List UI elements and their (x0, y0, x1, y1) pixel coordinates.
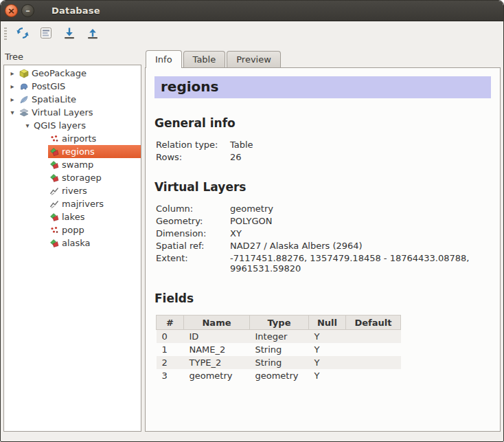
tree-item-label: lakes (62, 212, 84, 222)
detail-pane: InfoTablePreview regions General info Re… (145, 49, 501, 432)
refresh-button[interactable] (13, 25, 32, 44)
fields-table-cell: geometry (184, 369, 250, 382)
fields-table-cell: 0 (157, 330, 184, 344)
tab-info[interactable]: Info (146, 50, 182, 68)
line-layer-icon (49, 199, 60, 209)
info-label: Spatial ref: (156, 241, 230, 251)
tree-item-qgis-layers[interactable]: ▾QGIS layers (4, 119, 141, 132)
info-value: XY (230, 228, 490, 239)
titlebar[interactable]: ×– Database (1, 1, 503, 21)
info-label: Geometry: (156, 216, 230, 226)
fields-table-cell: Y (309, 343, 346, 356)
tree-item-virtual-layers[interactable]: ▾Virtual Layers (4, 106, 141, 119)
tree-item-label: popp (62, 225, 84, 235)
expand-arrow-icon[interactable]: ▸ (7, 69, 18, 77)
tree-dock-title: Tree (3, 49, 141, 65)
tree-item-label: GeoPackage (32, 68, 87, 78)
fields-column-header: # (157, 316, 184, 330)
info-tab-content: regions General info Relation type:Table… (145, 67, 501, 432)
tree-item-label: majrivers (62, 199, 104, 209)
tab-table[interactable]: Table (183, 51, 226, 67)
window-controls: ×– (5, 4, 38, 17)
info-value: -7117451.88276, 1357479.18458 - 18764433… (230, 253, 490, 274)
fields-table-cell (346, 330, 401, 344)
fields-table-cell (346, 369, 401, 382)
tree-item-geopackage[interactable]: ▸GeoPackage (4, 67, 141, 80)
tree-item-label: storagep (62, 173, 102, 183)
points-layer-icon (49, 225, 60, 235)
close-button[interactable]: × (5, 4, 18, 17)
tree-item-label: regions (62, 146, 95, 157)
fields-table-cell: geometry (250, 369, 309, 382)
general-info-heading: General info (154, 116, 491, 130)
tree-panel[interactable]: ▸GeoPackage▸PostGIS▸SpatiaLite▾Virtual L… (3, 65, 141, 432)
fields-table-cell: Y (309, 356, 346, 369)
expand-arrow-icon[interactable]: ▸ (7, 82, 18, 90)
layer-title-banner: regions (154, 76, 491, 98)
fields-table: #NameTypeNullDefault 0IDIntegerY1NAME_2S… (156, 315, 401, 382)
polygon-layer-icon (49, 173, 60, 183)
tab-preview[interactable]: Preview (227, 51, 281, 67)
line-layer-icon (49, 186, 60, 196)
virtual-layers-heading: Virtual Layers (154, 180, 491, 194)
polygon-layer-icon (49, 239, 60, 248)
tree-item-label: PostGIS (32, 81, 65, 91)
collapse-arrow-icon[interactable]: ▾ (22, 122, 33, 129)
info-label: Rows: (156, 152, 230, 162)
minimize-icon: – (25, 6, 30, 15)
points-layer-icon (49, 134, 60, 144)
fields-table-cell: 3 (157, 369, 184, 382)
spatialite-icon (19, 95, 30, 104)
fields-table-cell: Y (309, 369, 346, 382)
virtual-layers-icon (19, 108, 30, 118)
toolbar (1, 21, 503, 47)
tree-dock: Tree ▸GeoPackage▸PostGIS▸SpatiaLite▾Virt… (3, 49, 141, 432)
export-layer-button[interactable] (83, 25, 102, 44)
fields-table-row: 0IDIntegerY (157, 330, 401, 344)
fields-table-row: 2TYPE_2StringY (157, 356, 401, 369)
fields-table-cell: Integer (250, 330, 309, 344)
tree-item-alaska[interactable]: alaska (4, 236, 141, 250)
tree-item-regions[interactable]: regions (4, 145, 141, 158)
tree-item-lakes[interactable]: lakes (4, 210, 141, 223)
tree-item-popp[interactable]: popp (4, 223, 141, 236)
tab-bar: InfoTablePreview (145, 49, 501, 67)
tree-item-postgis[interactable]: ▸PostGIS (4, 80, 141, 93)
polygon-layer-icon (49, 147, 60, 157)
refresh-icon (16, 26, 30, 43)
fields-table-cell: Y (309, 330, 346, 344)
tree-item-spatialite[interactable]: ▸SpatiaLite (4, 93, 141, 106)
import-layer-button[interactable] (60, 25, 79, 44)
sql-window-icon (39, 26, 53, 43)
tree-item-label: QGIS layers (34, 120, 86, 131)
tree-item-swamp[interactable]: swamp (4, 158, 141, 171)
import-layer-icon (62, 26, 76, 43)
tree-item-storagep[interactable]: storagep (4, 171, 141, 184)
export-layer-icon (86, 26, 100, 43)
tree-item-rivers[interactable]: rivers (4, 184, 141, 197)
tree-item-label: swamp (62, 159, 93, 170)
main-area: Tree ▸GeoPackage▸PostGIS▸SpatiaLite▾Virt… (1, 47, 503, 441)
fields-column-header: Default (346, 316, 401, 330)
fields-table-cell: String (250, 343, 309, 356)
fields-table-cell (346, 356, 401, 369)
polygon-layer-icon (49, 212, 60, 222)
tree-item-label: airports (62, 133, 96, 144)
expand-arrow-icon[interactable]: ▸ (7, 96, 18, 103)
info-label: Relation type: (156, 140, 230, 150)
geopackage-icon (19, 69, 30, 78)
collapse-arrow-icon[interactable]: ▾ (7, 109, 18, 116)
toolbar-drag-handle[interactable] (4, 27, 7, 41)
window-title: Database (51, 5, 100, 16)
info-value: 26 (230, 152, 490, 162)
close-icon: × (8, 6, 15, 15)
minimize-button[interactable]: – (21, 4, 34, 17)
fields-column-header: Type (250, 316, 309, 330)
tree-item-airports[interactable]: airports (4, 132, 141, 145)
fields-column-header: Null (309, 316, 346, 330)
sql-window-button[interactable] (36, 25, 56, 44)
fields-table-row: 1NAME_2StringY (157, 343, 401, 356)
info-value: geometry (230, 203, 490, 214)
tree-item-majrivers[interactable]: majrivers (4, 197, 141, 210)
fields-table-cell: TYPE_2 (184, 356, 250, 369)
